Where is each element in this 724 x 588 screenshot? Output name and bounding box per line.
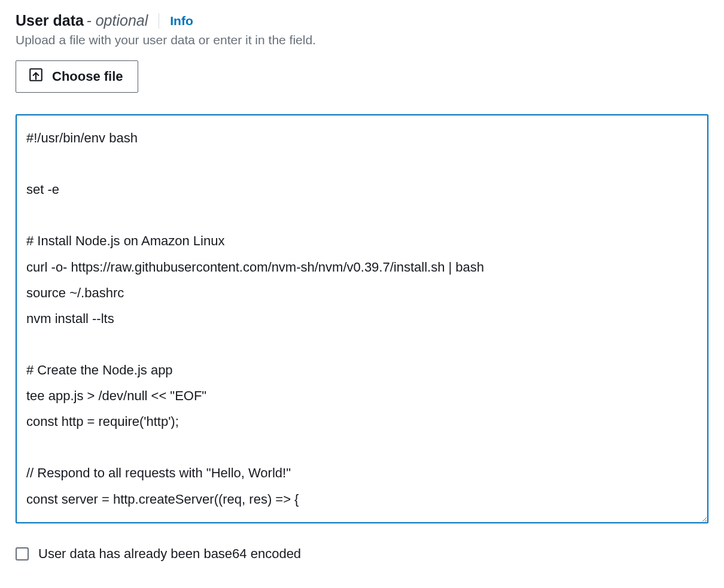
section-subtitle: Upload a file with your user data or ent… — [16, 33, 708, 47]
choose-file-label: Choose file — [52, 69, 123, 84]
user-data-header: User data - optional Info — [16, 12, 708, 29]
upload-icon — [28, 67, 44, 86]
base64-checkbox[interactable] — [16, 547, 29, 560]
base64-checkbox-label[interactable]: User data has already been base64 encode… — [38, 546, 301, 562]
info-link[interactable]: Info — [170, 14, 193, 28]
divider — [159, 13, 159, 29]
title-text: User data — [16, 12, 84, 29]
optional-suffix: - optional — [86, 12, 148, 29]
user-data-textarea[interactable] — [16, 114, 708, 523]
choose-file-button[interactable]: Choose file — [16, 60, 138, 93]
section-title: User data - optional — [16, 12, 148, 29]
